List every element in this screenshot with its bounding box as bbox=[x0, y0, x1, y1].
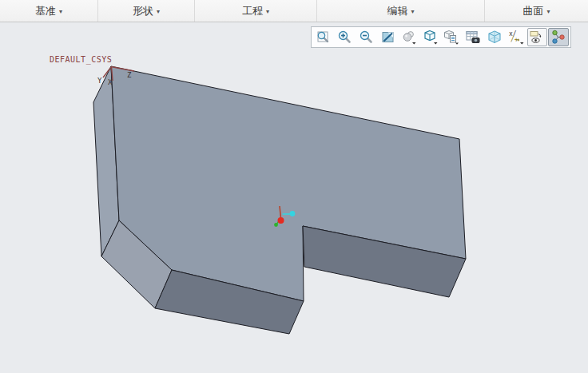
csys-label[interactable]: DEFAULT_CSYS bbox=[50, 55, 112, 64]
datum-display-filter-icon bbox=[550, 30, 566, 45]
menu-item-label: 工程 bbox=[242, 4, 263, 18]
graphics-area[interactable]: Y X Z DEFAULT_CSYS bbox=[0, 22, 588, 373]
display-style-icon bbox=[401, 30, 417, 45]
view-manager-icon bbox=[443, 30, 459, 45]
spin-center-red-dot bbox=[278, 217, 284, 224]
zoom-out-button[interactable] bbox=[356, 28, 377, 46]
dropdown-caret-icon: ▾ bbox=[546, 8, 550, 15]
capture-image-button[interactable] bbox=[463, 28, 483, 46]
show-annotations-icon bbox=[529, 30, 545, 45]
repaint-button[interactable] bbox=[377, 28, 398, 46]
zoom-in-button[interactable] bbox=[335, 28, 356, 46]
dropdown-caret-icon: ▾ bbox=[59, 8, 62, 15]
saved-views-button[interactable] bbox=[420, 28, 441, 46]
dropdown-caret-icon: ▾ bbox=[157, 8, 160, 15]
menu-item-label: 形状 bbox=[133, 4, 153, 18]
menu-item-engineering[interactable]: 工程 ▾ bbox=[195, 0, 317, 22]
graphics-toolbar: x/ /+ bbox=[311, 26, 571, 48]
show-annotations-toggle[interactable] bbox=[527, 28, 548, 46]
axis-label-x: X bbox=[108, 78, 113, 86]
saved-views-icon bbox=[423, 30, 439, 45]
menu-item-shape[interactable]: 形状 ▾ bbox=[98, 0, 195, 22]
perspective-icon bbox=[487, 30, 503, 45]
zoom-refit-icon bbox=[316, 30, 331, 45]
display-style-button[interactable] bbox=[399, 28, 419, 46]
menu-bar: 基准 ▾ 形状 ▾ 工程 ▾ 编辑 ▾ 曲面 ▾ bbox=[0, 0, 588, 22]
dropdown-caret-icon: ▾ bbox=[411, 8, 414, 15]
menu-item-surface[interactable]: 曲面 ▾ bbox=[485, 0, 588, 22]
dropdown-caret-icon: ▾ bbox=[266, 8, 269, 15]
repaint-icon bbox=[380, 30, 395, 45]
axis-label-y: Y bbox=[97, 77, 102, 85]
spin-center-green-dot bbox=[274, 223, 278, 227]
menu-item-label: 曲面 bbox=[522, 4, 543, 18]
3d-model-canvas[interactable]: Y X Z bbox=[0, 22, 588, 373]
view-manager-button[interactable] bbox=[442, 28, 463, 46]
menu-item-label: 编辑 bbox=[387, 4, 407, 18]
spin-center-cyan-dot bbox=[290, 211, 296, 216]
datum-display-filter-toggle[interactable] bbox=[548, 28, 569, 46]
perspective-button[interactable] bbox=[484, 28, 505, 46]
zoom-out-icon bbox=[359, 30, 374, 45]
annotation-display-icon: x/ /+ bbox=[508, 30, 524, 45]
menu-item-datum[interactable]: 基准 ▾ bbox=[0, 0, 98, 22]
zoom-in-icon bbox=[337, 30, 352, 45]
zoom-refit-button[interactable] bbox=[313, 28, 334, 46]
capture-image-icon bbox=[465, 30, 481, 45]
menu-item-edit[interactable]: 编辑 ▾ bbox=[317, 0, 485, 22]
annotation-display-button[interactable]: x/ /+ bbox=[506, 28, 526, 46]
axis-label-z: Z bbox=[127, 71, 132, 79]
menu-item-label: 基准 bbox=[35, 4, 56, 18]
